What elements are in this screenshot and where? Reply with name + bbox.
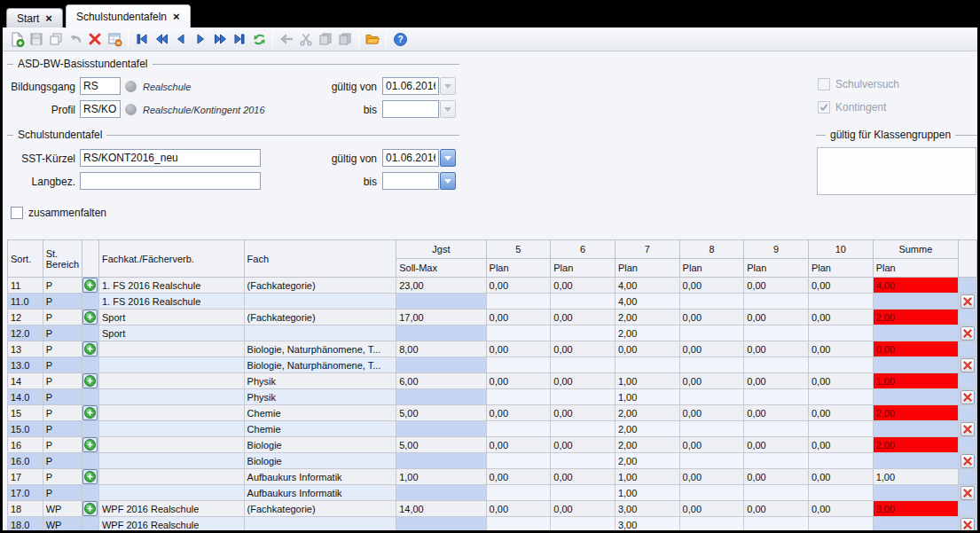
nav-first-icon[interactable] xyxy=(133,30,151,48)
klassengruppen-list[interactable] xyxy=(817,147,976,195)
cell-plan-5[interactable] xyxy=(486,453,551,469)
col-header-soll-max[interactable]: Soll-Max xyxy=(396,259,486,278)
delete-row-button[interactable] xyxy=(960,422,975,436)
cell-plan-10[interactable]: 0,00 xyxy=(808,501,873,517)
cell-plan-5[interactable]: 0,00 xyxy=(486,278,551,294)
cell-soll-max[interactable] xyxy=(396,517,486,531)
cell-plan-10[interactable] xyxy=(808,325,873,341)
cell-plan-10[interactable] xyxy=(808,294,873,310)
cell-soll-max[interactable] xyxy=(396,421,486,437)
cell-plan-9[interactable] xyxy=(744,325,809,341)
cell-plan-6[interactable] xyxy=(551,421,615,437)
cell-plan-6[interactable]: 0,00 xyxy=(551,278,615,294)
cell-plan-8[interactable]: 0,00 xyxy=(679,469,744,485)
cell-soll-max[interactable]: 5,00 xyxy=(396,437,486,453)
col-header-jgst[interactable]: Jgst xyxy=(396,240,486,259)
delete-row-button[interactable] xyxy=(960,390,975,404)
cell-soll-max[interactable] xyxy=(396,389,486,405)
new-record-icon[interactable] xyxy=(8,30,26,48)
cell-plan-10[interactable] xyxy=(808,389,873,405)
cell-plan-10[interactable]: 0,00 xyxy=(808,469,873,485)
nav-prev-icon[interactable] xyxy=(172,30,190,48)
cell-soll-max[interactable] xyxy=(396,357,486,373)
cell-plan-5[interactable]: 0,00 xyxy=(486,341,551,357)
cell-plan-8[interactable] xyxy=(679,421,744,437)
cell-plan-7[interactable]: 3,00 xyxy=(615,501,679,517)
cell-plan-7[interactable]: 2,00 xyxy=(615,421,679,437)
cell-plan-7[interactable]: 1,00 xyxy=(615,389,679,405)
cell-plan-8[interactable] xyxy=(679,325,744,341)
col-header-plan-6[interactable]: Plan xyxy=(551,259,615,278)
col-header-plan-9[interactable]: Plan xyxy=(744,259,809,278)
cell-plan-9[interactable] xyxy=(744,453,809,469)
cell-plan-5[interactable] xyxy=(486,294,551,310)
add-row-button[interactable] xyxy=(82,278,98,293)
cell-plan-5[interactable]: 0,00 xyxy=(486,373,551,389)
cell-plan-6[interactable] xyxy=(551,453,615,469)
cell-plan-6[interactable]: 0,00 xyxy=(551,501,615,517)
cell-soll-max[interactable]: 23,00 xyxy=(396,278,486,294)
cell-plan-8[interactable]: 0,00 xyxy=(679,341,744,357)
nav-next-icon[interactable] xyxy=(192,30,209,48)
cell-plan-10[interactable] xyxy=(808,357,873,373)
tab-schulstundentafeln[interactable]: Schulstundentafeln × xyxy=(66,4,191,27)
col-header-plan-summe[interactable]: Plan xyxy=(873,259,958,278)
cell-plan-9[interactable]: 0,00 xyxy=(744,469,809,485)
cell-plan-9[interactable]: 0,00 xyxy=(744,501,809,517)
cell-plan-8[interactable] xyxy=(679,517,744,531)
cell-plan-6[interactable]: 0,00 xyxy=(551,469,615,485)
cell-plan-9[interactable] xyxy=(744,294,809,310)
cell-plan-5[interactable]: 0,00 xyxy=(486,310,551,325)
add-row-button[interactable] xyxy=(82,373,98,388)
cell-plan-7[interactable] xyxy=(615,357,679,373)
cell-plan-9[interactable]: 0,00 xyxy=(744,373,809,389)
add-row-button[interactable] xyxy=(82,501,98,516)
cell-plan-7[interactable]: 2,00 xyxy=(615,325,679,341)
delete-record-icon[interactable] xyxy=(86,30,104,48)
tab-close-icon[interactable]: × xyxy=(45,12,52,24)
cell-plan-10[interactable]: 0,00 xyxy=(808,405,873,421)
col-header-summe[interactable]: Summe xyxy=(873,240,958,259)
col-header-grade-6[interactable]: 6 xyxy=(551,240,615,259)
cell-soll-max[interactable]: 8,00 xyxy=(396,341,486,357)
cell-plan-9[interactable] xyxy=(744,517,809,531)
cell-plan-10[interactable] xyxy=(808,453,873,469)
cell-plan-7[interactable]: 2,00 xyxy=(615,437,679,453)
cell-soll-max[interactable]: 6,00 xyxy=(396,373,486,389)
calendar-dropdown-icon[interactable] xyxy=(440,149,456,167)
add-row-button[interactable] xyxy=(82,341,98,357)
cell-plan-7[interactable]: 3,00 xyxy=(615,517,679,531)
sst-kuerzel-field[interactable] xyxy=(80,149,261,167)
cell-plan-7[interactable]: 4,00 xyxy=(615,294,679,310)
cell-plan-8[interactable]: 0,00 xyxy=(679,373,744,389)
cell-plan-6[interactable]: 0,00 xyxy=(551,437,615,453)
cell-plan-8[interactable] xyxy=(679,389,744,405)
cell-plan-9[interactable]: 0,00 xyxy=(744,310,809,325)
delete-row-button[interactable] xyxy=(960,326,975,341)
delete-row-button[interactable] xyxy=(960,294,975,309)
cell-soll-max[interactable]: 14,00 xyxy=(396,501,486,517)
cell-plan-7[interactable]: 2,00 xyxy=(615,310,679,325)
open-folder-icon[interactable] xyxy=(364,30,381,48)
profil-field[interactable] xyxy=(80,100,121,118)
cell-plan-7[interactable]: 0,00 xyxy=(615,341,679,357)
cell-plan-9[interactable]: 0,00 xyxy=(744,405,809,421)
cell-plan-6[interactable]: 0,00 xyxy=(551,373,615,389)
refresh-icon[interactable] xyxy=(250,30,268,48)
cell-plan-8[interactable] xyxy=(679,294,744,310)
delete-row-button[interactable] xyxy=(960,518,975,531)
cell-plan-9[interactable] xyxy=(744,389,809,405)
cell-soll-max[interactable] xyxy=(396,294,486,310)
col-header-grade-9[interactable]: 9 xyxy=(744,240,809,259)
add-row-button[interactable] xyxy=(82,437,98,452)
cell-plan-5[interactable]: 0,00 xyxy=(486,469,551,485)
cell-soll-max[interactable]: 17,00 xyxy=(396,310,486,325)
cell-plan-5[interactable] xyxy=(486,485,551,501)
cell-plan-9[interactable]: 0,00 xyxy=(744,341,809,357)
sst-bis-field[interactable] xyxy=(382,172,439,190)
cell-plan-10[interactable]: 0,00 xyxy=(808,437,873,453)
help-icon[interactable]: ? xyxy=(391,30,409,48)
cell-plan-10[interactable]: 0,00 xyxy=(808,341,873,357)
cell-plan-5[interactable] xyxy=(486,389,551,405)
edit-record-icon[interactable] xyxy=(106,30,123,48)
